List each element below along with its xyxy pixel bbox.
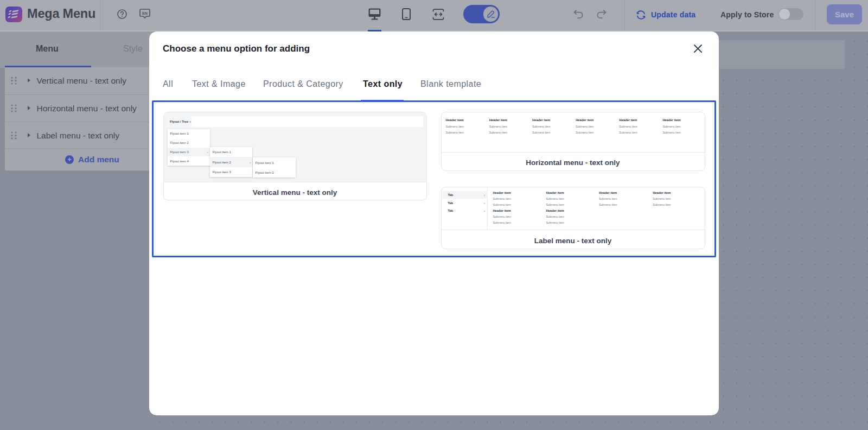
svg-text:EN: EN bbox=[142, 11, 148, 16]
